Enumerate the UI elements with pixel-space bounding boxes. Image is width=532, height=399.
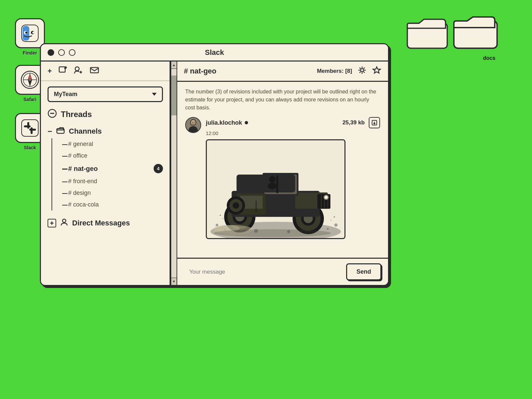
svg-rect-16 [24,125,31,127]
svg-point-42 [192,122,193,123]
threads-item[interactable]: Threads [41,105,170,124]
scroll-track [171,69,177,285]
scroll-down-arrow[interactable]: ▼ [171,278,177,285]
svg-point-76 [325,196,328,199]
channels-section: Channels # general # office # nat-geo 4 [41,124,170,212]
sidebar-container: + [41,62,177,285]
svg-point-43 [194,122,195,123]
channels-folder-icon [56,127,65,136]
jeep-image [207,140,344,238]
close-button[interactable] [48,49,54,56]
folder-icon-2[interactable]: docs [452,12,499,51]
image-attachment [206,139,345,239]
safari-svg [20,70,40,90]
person-icon [60,218,68,226]
svg-point-86 [254,229,258,233]
members-label: Members: [8] [317,68,352,74]
sidebar-scrollbar[interactable]: ▲ ▼ [171,62,177,285]
main-content: # nat-geo Members: [8] [177,62,388,285]
channel-header-right: Members: [8] [317,66,381,77]
message-content: julia.klochok 25,39 kb [206,117,380,239]
channel-name-frontend: # front-end [68,178,97,185]
svg-point-89 [219,214,221,216]
svg-point-37 [361,69,364,72]
channel-item-general[interactable]: # general [63,138,163,150]
channel-name-coca-cola: # coca-cola [68,201,99,208]
message-meta: julia.klochok 25,39 kb [206,117,380,128]
channel-item-coca-cola[interactable]: # coca-cola [63,199,163,210]
svg-point-54 [334,223,337,227]
dm-label: Direct Messages [72,219,130,227]
maximize-button[interactable] [69,49,75,56]
add-button[interactable]: + [48,67,52,75]
scroll-thumb[interactable] [171,75,177,115]
file-size: 25,39 kb [342,119,365,126]
channel-item-nat-geo[interactable]: # nat-geo 4 [63,162,163,176]
svg-point-24 [75,67,79,71]
svg-point-36 [63,219,66,222]
channel-name-general: # general [68,141,93,148]
dm-person-icon [60,218,68,228]
message-input-area: Send [177,258,388,285]
add-user-button[interactable] [74,66,83,76]
scroll-up-arrow[interactable]: ▲ [171,62,177,69]
message-block: julia.klochok 25,39 kb [185,117,380,239]
send-button[interactable]: Send [346,263,381,280]
channel-item-office[interactable]: # office [63,150,163,162]
compose-icon [59,66,67,74]
window-body: + [41,62,388,285]
svg-point-30 [52,113,53,114]
folder-label: docs [483,55,495,61]
channel-name-design: # design [68,190,91,197]
threads-icon [48,109,57,120]
star-svg [372,66,381,75]
file-save-icon[interactable] [369,117,380,128]
channels-header: Channels [48,127,163,136]
dm-section[interactable]: Direct Messages [41,214,170,232]
finder-icon-box [15,18,45,48]
folder-icon-1[interactable] [406,13,449,51]
dm-add-icon [48,219,56,227]
channel-header-name: # nat-geo [184,67,216,75]
svg-point-88 [309,228,314,232]
system-message: The number (3) of revisions included wit… [185,88,380,112]
message-time: 12:00 [206,130,380,136]
svg-point-87 [287,230,290,233]
channel-header: # nat-geo Members: [8] [177,62,388,82]
folder-svg-1 [406,13,449,50]
svg-rect-20 [59,67,65,72]
minimize-button[interactable] [58,49,65,56]
svg-point-6 [32,32,34,34]
channel-item-frontend[interactable]: # front-end [63,176,163,187]
svg-point-92 [331,220,332,221]
settings-icon[interactable] [357,66,367,77]
title-bar: Slack [41,44,388,62]
sidebar: + [41,62,171,285]
channel-list: # general # office # nat-geo 4 # front-e… [52,138,163,210]
svg-point-41 [191,120,196,125]
team-selector-box[interactable]: MyTeam [48,86,163,102]
message-input[interactable] [184,265,342,279]
svg-point-80 [233,202,239,209]
threads-label: Threads [61,110,92,119]
team-selector[interactable]: MyTeam [48,86,163,102]
minus-icon [48,129,52,134]
svg-point-91 [333,216,335,217]
finder-label: Finder [23,50,37,56]
star-icon[interactable] [372,66,381,77]
user-avatar [185,117,201,133]
svg-rect-13 [22,120,38,136]
mail-button[interactable] [90,66,99,75]
compose-button[interactable] [59,66,67,76]
message-author: julia.klochok [206,119,248,126]
svg-point-29 [50,113,52,114]
channels-collapse-button[interactable] [48,129,52,134]
messages-area: The number (3) of revisions included wit… [177,82,388,258]
svg-rect-33 [57,129,64,133]
window-controls [48,49,75,56]
channel-item-design[interactable]: # design [63,187,163,199]
threads-svg [48,109,57,118]
message-right: 25,39 kb [342,117,380,128]
svg-line-23 [65,68,65,69]
svg-rect-17 [29,129,36,131]
